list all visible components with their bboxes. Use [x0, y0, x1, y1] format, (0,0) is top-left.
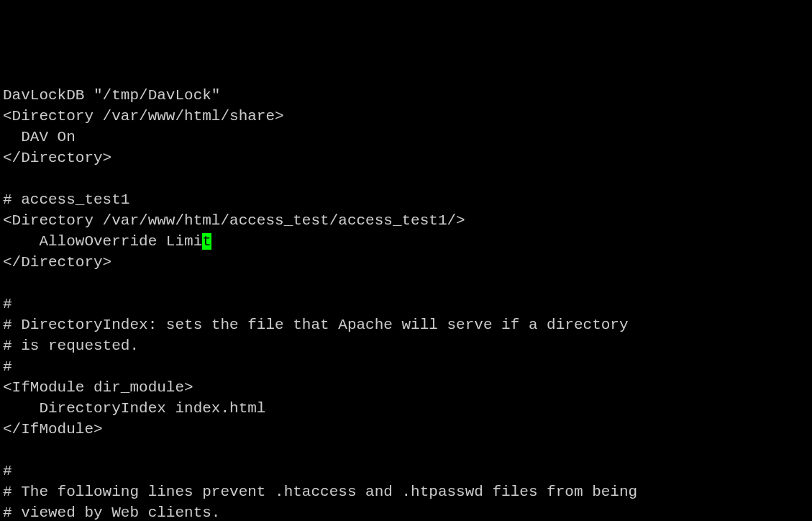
config-line — [3, 440, 809, 461]
config-line: DAV On — [3, 127, 809, 148]
config-line: DavLockDB "/tmp/DavLock" — [3, 85, 809, 106]
config-line: # The following lines prevent .htaccess … — [3, 481, 809, 502]
text-before-cursor: AllowOverride Limi — [3, 233, 202, 250]
config-line: </Directory> — [3, 148, 809, 168]
config-line: AllowOverride Limit — [3, 231, 809, 252]
config-line: DirectoryIndex index.html — [3, 398, 809, 419]
config-line: <IfModule dir_module> — [3, 377, 809, 398]
config-line: # DirectoryIndex: sets the file that Apa… — [3, 314, 809, 335]
config-line — [3, 273, 809, 294]
terminal-editor[interactable]: DavLockDB "/tmp/DavLock"<Directory /var/… — [3, 85, 809, 521]
config-line: # is requested. — [3, 335, 809, 356]
config-line: # viewed by Web clients. — [3, 502, 809, 521]
config-line: <Directory /var/www/html/access_test/acc… — [3, 210, 809, 231]
config-line — [3, 168, 809, 189]
cursor-block: t — [202, 233, 211, 250]
config-line: </Directory> — [3, 252, 809, 273]
config-line: # — [3, 294, 809, 314]
config-line: # — [3, 356, 809, 377]
config-line: </IfModule> — [3, 419, 809, 440]
config-line: # — [3, 461, 809, 481]
config-line: <Directory /var/www/html/share> — [3, 106, 809, 127]
config-line: # access_test1 — [3, 189, 809, 210]
